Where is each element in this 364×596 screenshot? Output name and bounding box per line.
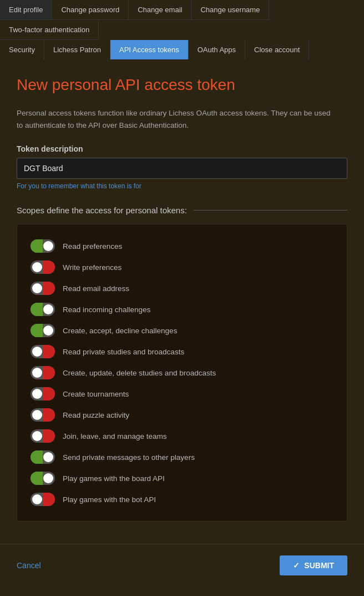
toggle-create-challenges[interactable] — [31, 324, 55, 337]
scope-label-create-tournaments: Create tournaments — [63, 390, 129, 398]
checkmark-icon: ✓ — [293, 561, 300, 570]
toggle-create-studies[interactable] — [31, 366, 55, 379]
submit-button[interactable]: ✓ SUBMIT — [280, 555, 347, 575]
token-description-input[interactable] — [17, 158, 347, 179]
scope-item-bot-api: Play games with the bot API — [31, 489, 333, 510]
scopes-header: Scopes define the access for personal to… — [17, 206, 347, 215]
toggle-read-email[interactable] — [31, 282, 55, 295]
page-description: Personal access tokens function like ord… — [17, 107, 338, 131]
scope-item-read-studies: Read private studies and broadcasts — [31, 341, 333, 362]
scope-label-read-puzzle: Read puzzle activity — [63, 411, 129, 419]
nav-item-api-access-tokens[interactable]: API Access tokens — [110, 40, 189, 59]
scope-label-manage-teams: Join, leave, and manage teams — [63, 432, 167, 440]
toggle-read-challenges[interactable] — [31, 303, 55, 316]
nav-item-close-account[interactable]: Close account — [245, 40, 309, 59]
scope-label-read-challenges: Read incoming challenges — [63, 305, 150, 314]
scope-item-manage-teams: Join, leave, and manage teams — [31, 425, 333, 447]
field-label: Token description — [17, 144, 347, 153]
toggle-write-preferences[interactable] — [31, 261, 55, 274]
nav-item-security[interactable]: Security — [0, 40, 44, 59]
nav-item-change-email[interactable]: Change email — [129, 0, 191, 20]
nav-item-change-username[interactable]: Change username — [191, 0, 269, 20]
scope-label-read-studies: Read private studies and broadcasts — [63, 348, 184, 356]
toggle-board-api[interactable] — [31, 472, 55, 485]
scopes-box: Read preferencesWrite preferencesRead em… — [17, 224, 347, 522]
nav-item-edit-profile[interactable]: Edit profile — [0, 0, 52, 20]
scope-item-read-challenges: Read incoming challenges — [31, 299, 333, 320]
submit-label: SUBMIT — [304, 561, 334, 570]
scope-label-create-challenges: Create, accept, decline challenges — [63, 327, 177, 335]
cancel-button[interactable]: Cancel — [17, 561, 41, 570]
navigation: Edit profileChange passwordChange emailC… — [0, 0, 364, 59]
toggle-send-messages[interactable] — [31, 450, 55, 464]
scope-item-read-puzzle: Read puzzle activity — [31, 404, 333, 425]
scope-item-send-messages: Send private messages to other players — [31, 447, 333, 468]
field-hint: For you to remember what this token is f… — [17, 182, 347, 190]
scopes-title: Scopes define the access for personal to… — [17, 206, 187, 215]
token-description-field: Token description For you to remember wh… — [17, 144, 347, 190]
scope-item-create-tournaments: Create tournaments — [31, 383, 333, 404]
scope-item-board-api: Play games with the board API — [31, 468, 333, 489]
nav-item-two-factor[interactable]: Two-factor authentication — [0, 20, 99, 40]
scope-label-create-studies: Create, update, delete studies and broad… — [63, 369, 216, 377]
scope-item-read-preferences: Read preferences — [31, 236, 333, 257]
scope-item-write-preferences: Write preferences — [31, 257, 333, 278]
toggle-read-puzzle[interactable] — [31, 408, 55, 422]
toggle-bot-api[interactable] — [31, 493, 55, 506]
toggle-create-tournaments[interactable] — [31, 387, 55, 400]
scope-label-board-api: Play games with the board API — [63, 474, 165, 483]
nav-item-lichess-patron[interactable]: Lichess Patron — [44, 40, 110, 59]
scope-label-bot-api: Play games with the bot API — [63, 495, 156, 504]
toggle-manage-teams[interactable] — [31, 429, 55, 443]
scopes-divider — [194, 210, 347, 211]
scope-label-read-preferences: Read preferences — [63, 242, 122, 251]
nav-row-top: Edit profileChange passwordChange emailC… — [0, 0, 364, 40]
toggle-read-preferences[interactable] — [31, 239, 55, 253]
main-content: New personal API access token Personal a… — [0, 59, 364, 533]
toggle-read-studies[interactable] — [31, 345, 55, 358]
nav-item-change-password[interactable]: Change password — [52, 0, 129, 20]
footer: Cancel ✓ SUBMIT — [0, 544, 364, 587]
page-title: New personal API access token — [17, 76, 347, 94]
scope-label-write-preferences: Write preferences — [63, 263, 122, 272]
scope-item-create-challenges: Create, accept, decline challenges — [31, 320, 333, 341]
scope-label-read-email: Read email address — [63, 284, 129, 293]
nav-row-bottom: SecurityLichess PatronAPI Access tokensO… — [0, 40, 364, 59]
scope-item-read-email: Read email address — [31, 278, 333, 299]
scope-label-send-messages: Send private messages to other players — [63, 453, 195, 462]
scope-item-create-studies: Create, update, delete studies and broad… — [31, 362, 333, 383]
nav-item-oauth-apps[interactable]: OAuth Apps — [189, 40, 245, 59]
